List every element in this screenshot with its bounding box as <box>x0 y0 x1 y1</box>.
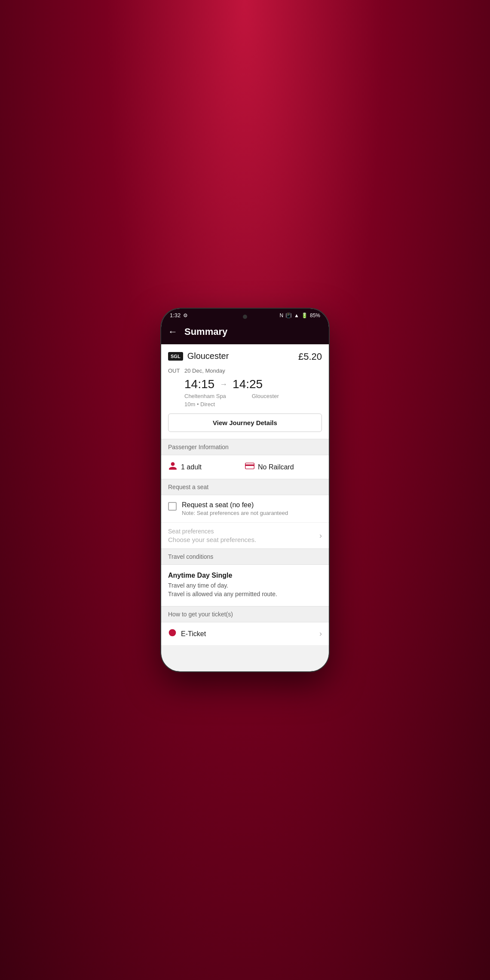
travel-conditions-content: Anytime Day Single Travel any time of da… <box>161 565 329 606</box>
settings-icon: ⚙ <box>183 312 188 318</box>
wifi-icon: ▲ <box>294 312 299 318</box>
journey-times-row: 14:15 → 14:25 <box>184 377 322 391</box>
travel-conditions-line2: Travel is allowed via any permitted rout… <box>168 591 322 597</box>
eticket-label: E-Ticket <box>181 630 206 638</box>
depart-station: Cheltenham Spa <box>184 393 226 399</box>
depart-time: 14:15 <box>184 377 214 391</box>
battery-percent: 85% <box>310 312 320 318</box>
passenger-info-row: 1 adult No Railcard <box>161 455 329 479</box>
camera <box>243 315 247 319</box>
seat-request-checkbox[interactable] <box>168 502 177 511</box>
passenger-count-label: 1 adult <box>181 463 202 471</box>
phone-screen: 1:32 ⚙ N 📳 ▲ 🔋 85% ← Summary SGL <box>161 309 329 671</box>
journey-card: SGL Gloucester £5.20 OUT 20 Dec, Monday … <box>161 344 329 439</box>
battery-icon: 🔋 <box>301 312 308 318</box>
eticket-icon <box>168 628 177 639</box>
nfc-icon: N <box>279 312 283 318</box>
journey-date: 20 Dec, Monday <box>184 368 225 374</box>
seat-request-row: Request a seat (no fee) Note: Seat prefe… <box>161 495 329 522</box>
vibrate-icon: 📳 <box>285 312 292 318</box>
eticket-chevron-icon: › <box>319 629 322 638</box>
phone-frame: 1:32 ⚙ N 📳 ▲ 🔋 85% ← Summary SGL <box>161 309 329 671</box>
arrive-station: Gloucester <box>252 393 279 399</box>
ticket-price: £5.20 <box>298 351 322 362</box>
travel-conditions-line1: Travel any time of day. <box>168 582 322 589</box>
arrive-time: 14:25 <box>233 377 263 391</box>
seat-prefs-title: Seat preferences <box>168 528 319 535</box>
seat-preferences-content: Seat preferences Choose your seat prefer… <box>168 528 319 543</box>
view-journey-button[interactable]: View Journey Details <box>168 413 322 432</box>
ticket-section-header: How to get your ticket(s) <box>161 606 329 622</box>
journey-direction-row: OUT 20 Dec, Monday <box>168 368 322 374</box>
svg-point-2 <box>169 629 176 637</box>
seat-preferences-row[interactable]: Seat preferences Choose your seat prefer… <box>161 522 329 548</box>
ticket-badge: SGL <box>168 352 183 361</box>
seat-prefs-chevron-icon: › <box>319 531 322 540</box>
railcard-label: No Railcard <box>258 463 294 471</box>
passenger-count-item: 1 adult <box>168 461 245 473</box>
travel-conditions-title: Anytime Day Single <box>168 572 322 579</box>
person-icon <box>168 461 178 473</box>
seat-request-section-header: Request a seat <box>161 479 329 495</box>
page-title: Summary <box>184 326 227 337</box>
back-button[interactable]: ← <box>168 326 178 337</box>
railcard-icon <box>245 462 254 472</box>
main-content: SGL Gloucester £5.20 OUT 20 Dec, Monday … <box>161 344 329 645</box>
direction-label: OUT <box>168 368 181 374</box>
app-header: ← Summary <box>161 321 329 344</box>
ticket-section-content[interactable]: E-Ticket › <box>161 622 329 645</box>
seat-prefs-value: Choose your seat preferences. <box>168 536 319 543</box>
journey-card-header: SGL Gloucester £5.20 <box>168 351 322 362</box>
journey-arrow-icon: → <box>220 380 227 389</box>
journey-duration: 10m • Direct <box>184 401 322 407</box>
status-left: 1:32 ⚙ <box>170 312 188 318</box>
svg-rect-1 <box>245 465 254 466</box>
time-display: 1:32 <box>170 312 181 318</box>
ticket-badge-row: SGL Gloucester <box>168 351 229 361</box>
passenger-info-section-header: Passenger Information <box>161 439 329 455</box>
journey-stations: Cheltenham Spa Gloucester <box>184 393 322 399</box>
seat-request-title: Request a seat (no fee) <box>182 501 322 509</box>
seat-request-note: Note: Seat preferences are not guarantee… <box>182 510 322 516</box>
seat-request-text: Request a seat (no fee) Note: Seat prefe… <box>182 501 322 516</box>
destination-name: Gloucester <box>187 351 229 361</box>
railcard-item: No Railcard <box>245 462 322 472</box>
status-right: N 📳 ▲ 🔋 85% <box>279 312 320 318</box>
travel-conditions-section-header: Travel conditions <box>161 548 329 565</box>
